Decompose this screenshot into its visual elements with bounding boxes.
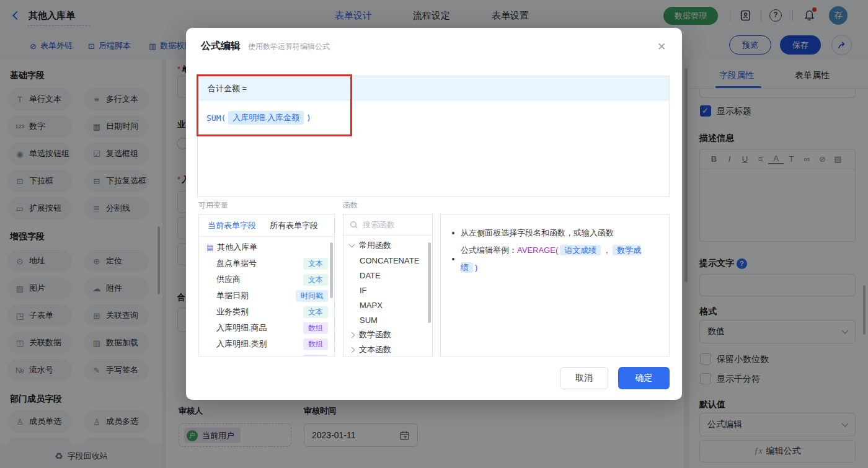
variable-row[interactable]: 入库明细.类别数组	[199, 336, 334, 352]
functions-scrollbar[interactable]	[428, 242, 431, 323]
tips-panel: 从左侧面板选择字段名和函数，或输入函数 公式编辑举例：AVERAGE(语文成绩，…	[440, 214, 670, 356]
chevron-down-icon	[349, 242, 355, 248]
formula-target: 合计金额 =	[208, 83, 247, 94]
formula-function: SUM(	[206, 113, 226, 123]
bullet-dot	[452, 232, 454, 234]
tip-line: 从左侧面板选择字段名和函数，或输入函数	[452, 224, 658, 242]
type-badge: 文本	[303, 306, 328, 318]
variable-row[interactable]: 单据日期时间戳	[199, 288, 334, 304]
cancel-button[interactable]: 取消	[560, 367, 608, 389]
function-item[interactable]: CONCATENATE	[343, 253, 432, 268]
function-name: CONCATENATE	[360, 256, 419, 265]
variable-row[interactable]: 盘点单据号文本	[199, 255, 334, 272]
type-badge: 时间戳	[296, 290, 328, 302]
formula-close-paren: )	[306, 113, 311, 123]
close-icon[interactable]: ✕	[657, 40, 666, 53]
formula-expression: SUM( 入库明细.入库金额 )	[198, 101, 669, 125]
formula-edit-modal: 公式编辑 使用数学运算符编辑公式 ✕ 合计金额 = SUM( 入库明细.入库金额…	[186, 28, 682, 400]
formula-field-chip[interactable]: 入库明细.入库金额	[228, 111, 304, 125]
function-name: DATE	[360, 271, 381, 280]
function-search-input[interactable]	[363, 220, 416, 229]
modal-title: 公式编辑	[201, 40, 241, 53]
bullet-dot	[452, 258, 454, 260]
variables-scrollbar[interactable]	[330, 242, 333, 298]
function-name: MAPX	[360, 301, 383, 310]
function-search[interactable]	[343, 214, 432, 236]
variable-root-label: 其他入库单	[217, 242, 257, 253]
form-doc-icon: ▤	[206, 243, 213, 252]
function-item[interactable]: SUM	[343, 312, 432, 327]
formula-editor[interactable]: 合计金额 = SUM( 入库明细.入库金额 )	[197, 76, 670, 197]
tip-close-paren: )	[475, 263, 477, 272]
variable-name: 单据日期	[216, 290, 249, 301]
variable-row[interactable]: 供应商文本	[199, 272, 334, 288]
tip-text: 从左侧面板选择字段名和函数，或输入函数	[461, 224, 614, 242]
tab-all-form-fields[interactable]: 所有表单字段	[270, 220, 318, 231]
type-badge: 文本	[303, 258, 328, 270]
type-badge: 文本	[303, 274, 328, 286]
modal-header: 公式编辑 使用数学运算符编辑公式	[201, 40, 330, 53]
tip-example: 公式编辑举例：AVERAGE(语文成绩，数学成绩)	[461, 242, 658, 276]
chevron-right-icon	[349, 332, 355, 338]
type-badge: 数组	[303, 338, 328, 350]
search-icon	[350, 221, 358, 229]
tip-chip: 语文成绩	[560, 245, 601, 255]
function-group-common[interactable]: 常用函数	[343, 238, 432, 253]
tab-current-form-fields[interactable]: 当前表单字段	[208, 220, 256, 231]
tip-line: 公式编辑举例：AVERAGE(语文成绩，数学成绩)	[452, 242, 658, 276]
variables-tabs: 当前表单字段 所有表单字段	[199, 214, 334, 237]
tip-comma: ，	[603, 245, 611, 255]
function-group-text[interactable]: 文本函数	[343, 342, 432, 356]
function-group-math[interactable]: 数学函数	[343, 327, 432, 342]
modal-subtitle: 使用数学运算符编辑公式	[248, 42, 330, 52]
group-label: 文本函数	[359, 344, 391, 355]
tip-function: AVERAGE(	[517, 245, 558, 255]
variable-name: 入库明细.商品	[216, 322, 267, 333]
chevron-right-icon	[349, 347, 355, 353]
variable-name: 业务类别	[216, 306, 249, 317]
variable-name: 供应商	[216, 274, 241, 285]
variables-section-label: 可用变量	[198, 200, 228, 211]
formula-target-band: 合计金额 =	[198, 76, 669, 101]
type-badge: 数组	[303, 322, 328, 334]
variable-name: 入库明细.类别	[216, 338, 267, 350]
functions-panel: 常用函数 CONCATENATE DATE IF MAPX SUM 数学函数 文…	[343, 214, 433, 356]
confirm-button[interactable]: 确定	[618, 367, 670, 389]
functions-section-label: 函数	[343, 200, 358, 211]
variable-row[interactable]: 业务类别文本	[199, 304, 334, 320]
tip-prefix: 公式编辑举例：	[461, 245, 517, 255]
variable-row[interactable]: 入库明细.入库金额数组	[199, 352, 334, 356]
function-name: IF	[360, 286, 367, 295]
function-item[interactable]: DATE	[343, 268, 432, 283]
group-label: 常用函数	[359, 240, 391, 251]
variables-panel: 当前表单字段 所有表单字段 ▤ 其他入库单 盘点单据号文本 供应商文本 单据日期…	[198, 214, 335, 356]
variable-root-row[interactable]: ▤ 其他入库单	[199, 239, 334, 255]
function-name: SUM	[360, 316, 378, 325]
variable-name: 入库明细.入库金额	[216, 355, 283, 356]
variable-name: 盘点单据号	[216, 258, 257, 269]
variable-row[interactable]: 入库明细.商品数组	[199, 320, 334, 336]
group-label: 数学函数	[359, 329, 391, 340]
function-item[interactable]: MAPX	[343, 298, 432, 312]
function-item[interactable]: IF	[343, 283, 432, 298]
type-badge: 数组	[303, 355, 328, 357]
